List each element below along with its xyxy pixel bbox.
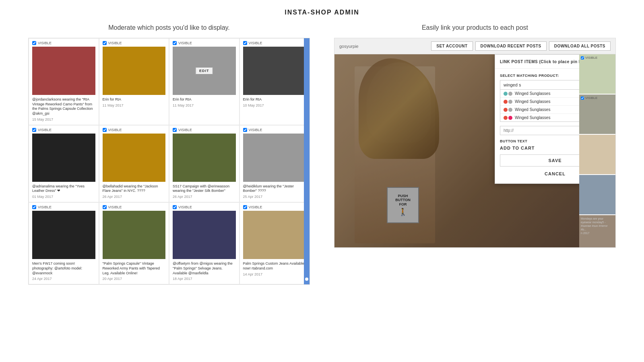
post-caption-8: @heidiklum wearing the "Jester Bomber" ?… [243,184,306,193]
visible-checkbox-5[interactable] [32,128,36,132]
post-1: VISIBLE @jordanclarksons wearing the "Rt… [29,38,99,125]
post-date-2: 11 May 2017 [103,103,166,107]
visible-check-5: VISIBLE [32,128,95,132]
dropdown-label-3: Winged Sunglasses [515,115,550,120]
post-img-11 [173,211,236,259]
set-account-button[interactable]: SET ACCOUNT [431,41,473,51]
post-caption-2: Erin for RtA [103,97,166,102]
post-11: VISIBLE @offsetyrn from @migos wearing t… [169,202,239,284]
visible-label-10: VISIBLE [108,205,122,209]
post-12: VISIBLE Palm Springs Custom Jeans Availa… [239,202,310,284]
post-img-10 [103,211,166,259]
right-subtitle: Easily link your products to each post [334,24,616,31]
post-caption-10: "Palm Springs Capsule" Vintage Reworked … [103,261,166,276]
visible-checkbox-6[interactable] [103,128,107,132]
visible-checkbox-8[interactable] [243,128,247,132]
download-recent-button[interactable]: DOWNLOAD RECENT POSTS [475,41,547,51]
post-caption-5: @adrianalima wearing the "Yves Leather D… [32,184,95,193]
admin-panel: gosyurpie SET ACCOUNT DOWNLOAD RECENT PO… [334,38,616,248]
visible-checkbox-9[interactable] [32,205,36,209]
visible-check-7: VISIBLE [173,128,236,132]
visible-check-8: VISIBLE [243,128,306,132]
dropdown-label-1: Winged Sunglasses [515,99,550,104]
post-caption-1: @jordanclarksons wearing the "RtA Vintag… [32,97,95,116]
instagram-grid: VISIBLE @jordanclarksons wearing the "Rt… [29,38,310,284]
post-img-7 [173,134,236,182]
swatch-gray-1 [508,100,512,104]
visible-check-6: VISIBLE [103,128,166,132]
thumb-2-checkbox[interactable] [581,97,584,100]
side-thumbnails: VISIBLE VISIBLE [579,54,615,247]
swatch-group-1 [504,100,512,104]
visible-checkbox-10[interactable] [103,205,107,209]
swatch-red-3 [504,116,508,120]
post-img-8 [243,134,306,182]
swatch-group-2 [504,108,512,112]
visible-label-7: VISIBLE [178,128,192,132]
swatch-group-0 [504,92,512,96]
visible-check-10: VISIBLE [103,205,166,209]
dropdown-label-2: Winged Sunglasses [515,107,550,112]
visible-label-4: VISIBLE [249,41,262,45]
swatch-group-3 [504,116,512,120]
swatch-gray-0 [508,92,512,96]
download-all-button[interactable]: DOWNLOAD ALL POSTS [549,41,611,51]
post-date-8: 25 Apr 2017 [243,195,306,199]
post-8: VISIBLE @heidiklum wearing the "Jester B… [239,125,310,202]
visible-checkbox-4[interactable] [243,41,247,45]
thumb-5: Mondays are your eyewear monday5 - #sunr… [579,215,615,247]
visible-label-6: VISIBLE [108,128,122,132]
post-date-12: 14 Apr 2017 [243,272,306,276]
post-2: VISIBLE Erin for RtA 11 May 2017 [99,38,169,125]
post-date-9: 24 Apr 2017 [32,277,95,281]
visible-checkbox-7[interactable] [173,128,177,132]
accent-bar [304,38,310,284]
visible-label-5: VISIBLE [38,128,52,132]
thumb-2-visible: VISIBLE [585,96,597,100]
post-img-3: EDIT [173,47,236,95]
swatch-red-2 [504,108,508,112]
post-date-11: 18 Apr 2017 [173,277,236,281]
post-caption-11: @offsetyrn from @migos wearing the "Palm… [173,261,236,276]
side-thumb-caption: Mondays are your eyewear monday5 - #sunr… [581,217,614,231]
swatch-red-1 [504,100,508,104]
post-img-5 [32,134,95,182]
instagram-panel: VISIBLE @jordanclarksons wearing the "Rt… [28,38,310,285]
visible-check-1: VISIBLE [32,41,95,45]
modal-overlay: LINK POST ITEMS (Click to place pin link… [334,54,615,247]
thumb-1: VISIBLE [579,54,615,95]
visible-label-1: VISIBLE [38,41,52,45]
post-date-3: 11 May 2017 [173,103,236,107]
left-subtitle: Moderate which posts you'd like to displ… [28,24,310,31]
thumb-3 [579,135,615,175]
post-date-4: 10 May 2017 [243,103,306,107]
visible-checkbox-3[interactable] [173,41,177,45]
thumb-2: VISIBLE [579,95,615,135]
thumb-1-checkbox[interactable] [581,56,584,60]
post-caption-6: @bellahadid wearing the "Jackson Flare J… [103,184,166,193]
post-6: VISIBLE @bellahadid wearing the "Jackson… [99,125,169,202]
post-10: VISIBLE "Palm Springs Capsule" Vintage R… [99,202,169,284]
visible-check-9: VISIBLE [32,205,95,209]
visible-checkbox-2[interactable] [103,41,107,45]
post-caption-12: Palm Springs Custom Jeans Available now!… [243,261,306,271]
visible-check-12: VISIBLE [243,205,306,209]
post-img-1 [32,47,95,95]
visible-checkbox-1[interactable] [32,41,36,45]
post-date-6: 26 Apr 2017 [103,195,166,199]
main-layout: Moderate which posts you'd like to displ… [0,24,644,285]
post-img-6 [103,134,166,182]
visible-label-12: VISIBLE [249,205,262,209]
visible-label-8: VISIBLE [249,128,262,132]
right-column: Easily link your products to each post g… [334,24,616,248]
edit-overlay-3[interactable]: EDIT [196,67,213,74]
post-date-5: 01 May 2017 [32,195,95,199]
admin-topbar: gosyurpie SET ACCOUNT DOWNLOAD RECENT PO… [334,38,615,54]
thumb-1-visible: VISIBLE [585,56,597,60]
visible-checkbox-11[interactable] [173,205,177,209]
modal-title: LINK POST ITEMS (Click to place pin link… [500,60,588,64]
post-caption-9: Men's FW17 coming soon! photography: @ar… [32,261,95,276]
post-4: VISIBLE Erin for RtA 10 May 2017 [239,38,310,125]
visible-checkbox-12[interactable] [243,205,247,209]
thumb-4 [579,175,615,215]
